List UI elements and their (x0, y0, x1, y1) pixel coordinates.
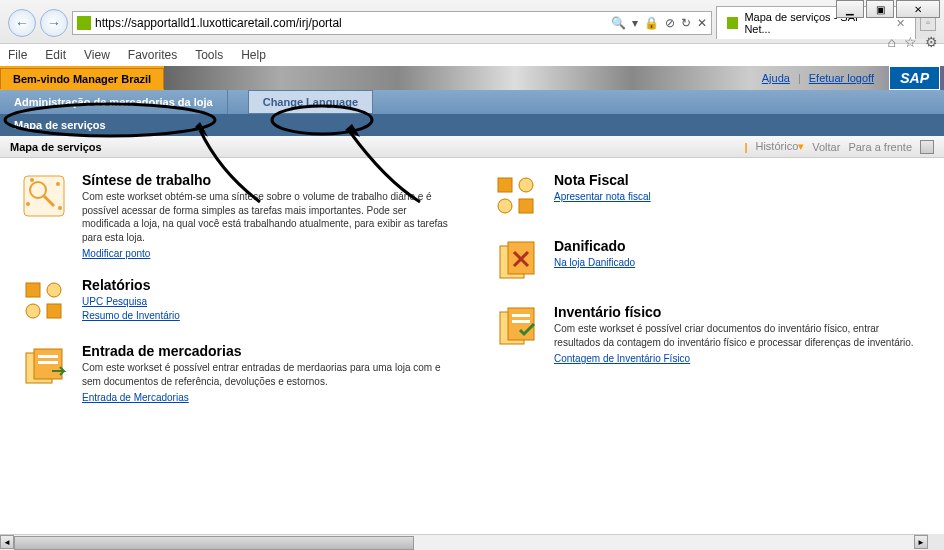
damaged-store-link[interactable]: Na loja Danificado (554, 257, 924, 268)
scroll-corner (928, 534, 944, 550)
svg-rect-12 (47, 304, 61, 318)
workset-goods-entry-desc: Com este workset é possível entrar entra… (82, 361, 452, 388)
welcome-badge: Bem-vindo Manager Brazil (0, 68, 164, 89)
forward-link: Para a frente (848, 141, 912, 153)
svg-point-6 (56, 182, 60, 186)
page-title: Mapa de serviços (10, 141, 102, 153)
goods-entry-icon (20, 343, 68, 391)
svg-rect-16 (38, 361, 58, 364)
svg-point-5 (30, 178, 34, 182)
inventory-summary-link[interactable]: Resumo de Inventário (82, 310, 452, 321)
home-icon[interactable]: ⌂ (888, 34, 896, 50)
tab-merchandise-admin[interactable]: Administração de mercadorias da loja (0, 90, 228, 114)
forward-button[interactable]: → (40, 9, 68, 37)
sub-nav-service-map[interactable]: Mapa de serviços (14, 119, 106, 131)
url-text: https://sapportalld1.luxotticaretail.com… (95, 16, 607, 30)
lock-icon: 🔒 (644, 16, 659, 30)
svg-point-18 (519, 178, 533, 192)
search-icon[interactable]: 🔍 (611, 16, 626, 30)
site-icon (77, 16, 91, 30)
back-link: Voltar (812, 141, 840, 153)
damaged-icon (492, 238, 540, 286)
panel-menu-icon[interactable] (920, 140, 934, 154)
favorites-icon[interactable]: ☆ (904, 34, 917, 50)
svg-point-10 (47, 283, 61, 297)
svg-point-19 (498, 199, 512, 213)
scroll-right-icon[interactable]: ► (914, 535, 928, 549)
svg-rect-26 (512, 320, 530, 323)
address-bar[interactable]: https://sapportalld1.luxotticaretail.com… (72, 11, 712, 35)
sub-nav: Mapa de serviços (0, 114, 944, 136)
sap-logo: SAP (889, 66, 940, 90)
upc-search-link[interactable]: UPC Pesquisa (82, 296, 452, 307)
svg-rect-15 (38, 355, 58, 358)
svg-point-8 (58, 206, 62, 210)
tab-close-icon[interactable]: ✕ (896, 17, 905, 30)
refresh-icon[interactable]: ↻ (681, 16, 691, 30)
stop-icon[interactable]: ⊘ (665, 16, 675, 30)
scroll-thumb[interactable] (14, 536, 414, 550)
menu-favorites[interactable]: Favorites (128, 48, 177, 62)
scroll-left-icon[interactable]: ◄ (0, 535, 14, 549)
svg-rect-24 (508, 308, 534, 340)
inventory-icon (492, 304, 540, 352)
close-button[interactable]: ✕ (896, 0, 940, 18)
workset-inventory-desc: Com este workset é possível criar docume… (554, 322, 924, 349)
nota-fiscal-icon (492, 172, 540, 220)
goods-entry-link[interactable]: Entrada de Mercadorias (82, 392, 452, 403)
overview-icon (20, 172, 68, 220)
maximize-button[interactable]: ▣ (866, 0, 894, 18)
svg-rect-20 (519, 199, 533, 213)
workset-overview-desc: Com este workset obtém-se uma síntese so… (82, 190, 452, 244)
tab-change-language[interactable]: Change Language (248, 90, 373, 114)
workset-goods-entry-title: Entrada de mercadorias (82, 343, 452, 359)
workset-reports-title: Relatórios (82, 277, 452, 293)
tab-favicon (727, 17, 738, 29)
svg-rect-17 (498, 178, 512, 192)
reports-icon (20, 277, 68, 325)
menu-tools[interactable]: Tools (195, 48, 223, 62)
svg-rect-9 (26, 283, 40, 297)
physical-inventory-count-link[interactable]: Contagem de Inventário Físico (554, 353, 924, 364)
svg-point-11 (26, 304, 40, 318)
workset-inventory-title: Inventário físico (554, 304, 924, 320)
close-url-icon[interactable]: ✕ (697, 16, 707, 30)
portal-header: Bem-vindo Manager Brazil Ajuda | Efetuar… (0, 66, 944, 90)
minimize-button[interactable]: ▁ (836, 0, 864, 18)
top-nav: Administração de mercadorias da loja Cha… (0, 90, 944, 114)
menu-help[interactable]: Help (241, 48, 266, 62)
menu-file[interactable]: File (8, 48, 27, 62)
svg-point-7 (26, 202, 30, 206)
menu-view[interactable]: View (84, 48, 110, 62)
workset-nota-fiscal-title: Nota Fiscal (554, 172, 924, 188)
settings-icon[interactable]: ⚙ (925, 34, 938, 50)
workset-damaged-title: Danificado (554, 238, 924, 254)
history-link[interactable]: Histórico▾ (755, 140, 804, 153)
back-button[interactable]: ← (8, 9, 36, 37)
svg-rect-25 (512, 314, 530, 317)
logoff-link[interactable]: Efetuar logoff (809, 72, 874, 84)
horizontal-scrollbar[interactable]: ◄ ► (0, 534, 928, 550)
modify-point-link[interactable]: Modificar ponto (82, 248, 452, 259)
menu-bar: File Edit View Favorites Tools Help (0, 44, 944, 66)
workset-overview-title: Síntese de trabalho (82, 172, 452, 188)
present-nota-fiscal-link[interactable]: Apresentar nota fiscal (554, 191, 924, 202)
help-link[interactable]: Ajuda (762, 72, 790, 84)
menu-edit[interactable]: Edit (45, 48, 66, 62)
